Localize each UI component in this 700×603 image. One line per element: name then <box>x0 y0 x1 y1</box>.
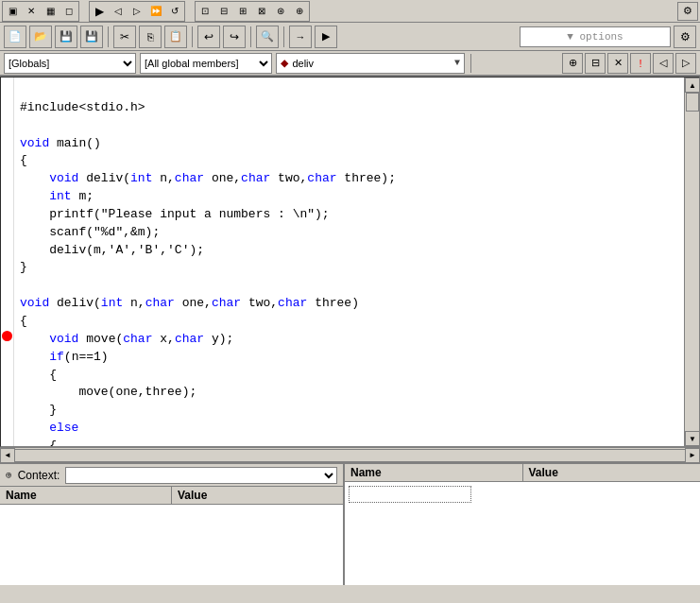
scroll-track-h[interactable] <box>15 449 685 462</box>
toolbar-icon-right[interactable]: ⚙ <box>677 2 698 21</box>
left-panel-header: ⊕ Context: <box>0 464 343 487</box>
context-dropdown[interactable] <box>65 467 337 484</box>
cut-btn[interactable]: ✂ <box>113 26 136 48</box>
code-line-14: void move(char x,char y); <box>20 332 233 346</box>
breakpoint-gutter <box>1 78 14 446</box>
right-table-header: Name Value <box>345 464 700 482</box>
debug-btn-2[interactable]: ⊟ <box>585 53 606 74</box>
toolbar-fwd[interactable]: ▷ <box>128 2 146 21</box>
redo-btn[interactable]: ↪ <box>223 26 246 48</box>
copy-btn[interactable]: ⎘ <box>139 26 162 48</box>
save-file-btn[interactable]: 💾 <box>55 26 77 48</box>
code-line-19: else <box>20 421 78 435</box>
code-line-12: void deliv(int n,char one,char two,char … <box>20 296 359 310</box>
search-btn[interactable]: 🔍 <box>256 26 279 48</box>
paste-btn[interactable]: 📋 <box>164 26 187 48</box>
code-line-7: printf("Please input a numbers : \n"); <box>20 207 330 221</box>
indent-btn[interactable]: → <box>289 26 312 48</box>
toolbar-window-4[interactable]: ⊠ <box>252 2 271 21</box>
toolbar-window-5[interactable]: ⊛ <box>271 2 290 21</box>
right-value-col-header: Value <box>523 464 701 481</box>
undo-btn[interactable]: ↩ <box>197 26 220 48</box>
deliv-label: deliv <box>292 58 314 69</box>
context-label: Context: <box>18 469 60 482</box>
toolbar-icon-4[interactable]: ◻ <box>60 2 78 21</box>
code-line-18: } <box>20 403 57 417</box>
members-dropdown[interactable]: [All global members] <box>140 53 272 74</box>
code-line-6: int m; <box>20 189 94 203</box>
horizontal-scrollbar[interactable]: ◄ ► <box>0 447 700 462</box>
context-icon: ⊕ <box>6 469 12 481</box>
right-panel-body[interactable] <box>345 482 700 582</box>
toolbar-reload[interactable]: ↺ <box>165 2 184 21</box>
code-line-17: move(one,three); <box>20 385 196 399</box>
toolbar-window-6[interactable]: ⊕ <box>290 2 309 21</box>
breakpoint-marker <box>2 331 12 341</box>
scroll-up-btn[interactable]: ▲ <box>685 78 700 93</box>
right-panel: Name Value <box>345 464 700 585</box>
right-toolbar-icons: ⊕ ⊟ ✕ ! ◁ ▷ <box>562 53 696 74</box>
globals-dropdown[interactable]: [Globals] <box>4 53 136 74</box>
toolbar-icon-1[interactable]: ▣ <box>3 2 22 21</box>
scroll-left-btn[interactable]: ◄ <box>0 448 15 463</box>
debug-btn-4[interactable]: ! <box>630 53 651 74</box>
value-col-header: Value <box>172 487 343 504</box>
save-all-btn[interactable]: 💾 <box>80 26 103 48</box>
code-line-8: scanf("%d",&m); <box>20 225 160 239</box>
toolbar-window-2[interactable]: ⊟ <box>214 2 233 21</box>
toolbar-icon-2[interactable]: ✕ <box>22 2 41 21</box>
toolbar-window-3[interactable]: ⊞ <box>233 2 252 21</box>
toolbar-icon-3[interactable]: ▦ <box>41 2 60 21</box>
code-line-20: { <box>20 439 57 446</box>
left-table-header: Name Value <box>0 487 343 505</box>
code-line-13: { <box>20 314 27 328</box>
bottom-area: ⊕ Context: Name Value Name Value <box>0 462 700 585</box>
scroll-right-btn[interactable]: ► <box>685 448 700 463</box>
new-file-btn[interactable]: 📄 <box>4 26 26 48</box>
extra-btn[interactable]: ⚙ <box>674 26 696 48</box>
debug-btn-1[interactable]: ⊕ <box>562 53 583 74</box>
deliv-dropdown[interactable]: ◆ deliv ▼ <box>276 53 465 74</box>
name-col-header: Name <box>0 487 172 504</box>
code-line-5: void deliv(int n,char one,char two,char … <box>20 171 396 185</box>
left-panel-table: Name Value <box>0 487 343 585</box>
toolbar-window-1[interactable]: ⊡ <box>196 2 214 21</box>
toolbar-back[interactable]: ◁ <box>109 2 128 21</box>
vertical-scrollbar[interactable]: ▲ ▼ <box>684 78 699 446</box>
code-line-4: { <box>20 153 27 167</box>
debug-btn-3[interactable]: ✕ <box>607 53 628 74</box>
toolbar-run[interactable]: ▶ <box>90 2 109 21</box>
left-panel: ⊕ Context: Name Value <box>0 464 345 585</box>
code-editor: #include<stdio.h> void main() { void del… <box>0 77 700 447</box>
dropdown-row: [Globals] [All global members] ◆ deliv ▼… <box>0 51 700 76</box>
scroll-thumb-v[interactable] <box>686 93 699 112</box>
watch-name-input[interactable] <box>349 486 471 503</box>
code-line-1: #include<stdio.h> <box>20 100 145 114</box>
code-line-3: void main() <box>20 136 101 150</box>
left-panel-body <box>0 505 343 582</box>
code-line-9: deliv(m,'A','B','C'); <box>20 243 204 257</box>
code-line-16: { <box>20 368 57 382</box>
debug-btn-6[interactable]: ▷ <box>675 53 696 74</box>
open-file-btn[interactable]: 📂 <box>29 26 52 48</box>
code-content[interactable]: #include<stdio.h> void main() { void del… <box>14 78 684 446</box>
toolbar-step[interactable]: ⏩ <box>146 2 165 21</box>
compile-btn[interactable]: ▶ <box>315 26 337 48</box>
code-line-15: if(n==1) <box>20 350 109 364</box>
right-name-col-header: Name <box>345 464 523 481</box>
right-panel-table: Name Value <box>345 464 700 585</box>
scroll-down-btn[interactable]: ▼ <box>685 431 700 446</box>
code-line-10: } <box>20 260 27 274</box>
debug-btn-5[interactable]: ◁ <box>653 53 674 74</box>
